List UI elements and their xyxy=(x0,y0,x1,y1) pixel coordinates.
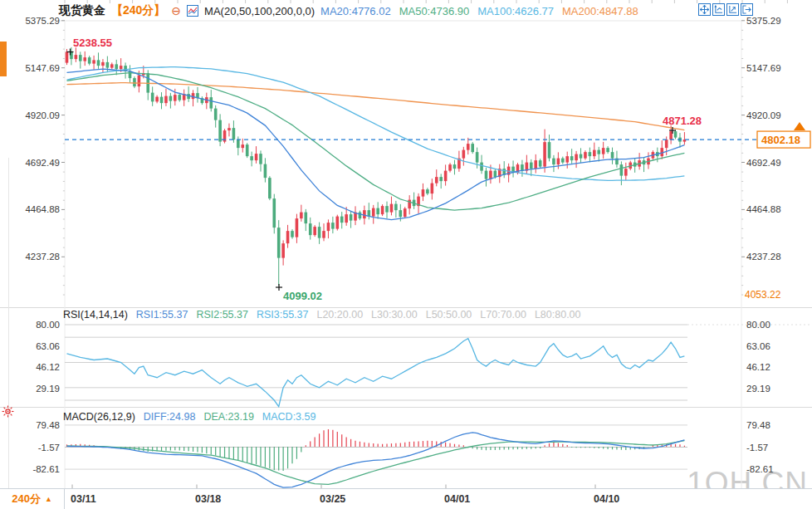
period-selector-label: 240分 xyxy=(12,492,41,507)
svg-text:5375.29: 5375.29 xyxy=(25,16,60,26)
svg-text:29.19: 29.19 xyxy=(36,384,60,394)
svg-text:79.48: 79.48 xyxy=(36,420,60,430)
symbol-title[interactable]: 现货黄金 xyxy=(59,3,105,18)
date-label: 04/10 xyxy=(594,493,619,505)
visible-low-marker: 4053.22 xyxy=(745,289,781,301)
ma20-line xyxy=(67,69,685,220)
candles-layer[interactable] xyxy=(66,47,687,286)
svg-text:46.12: 46.12 xyxy=(36,362,60,372)
svg-text:4464.88: 4464.88 xyxy=(25,204,60,214)
l80-value: L80:80.00 xyxy=(535,309,581,321)
svg-text:4692.49: 4692.49 xyxy=(25,158,60,168)
price-annotations: 5238.554099.024871.28 xyxy=(67,37,702,302)
svg-text:5147.69: 5147.69 xyxy=(25,63,60,73)
ma200-value: MA200:4847.88 xyxy=(562,5,638,17)
date-label: 03/11 xyxy=(71,493,96,505)
chart-toolbar xyxy=(698,3,753,16)
left-scroll-handle[interactable] xyxy=(0,42,7,76)
svg-text:4920.09: 4920.09 xyxy=(746,110,781,120)
svg-text:29.19: 29.19 xyxy=(746,384,770,394)
macd-diff-line xyxy=(67,433,685,487)
macd-header: MACD(26,12,9) DIFF:24.98DEA:23.19MACD:3.… xyxy=(63,411,316,423)
svg-text:-82.61: -82.61 xyxy=(32,464,60,474)
ma200-line xyxy=(67,83,685,130)
svg-text:4464.88: 4464.88 xyxy=(746,204,781,214)
svg-text:4237.28: 4237.28 xyxy=(746,252,781,262)
svg-text:63.06: 63.06 xyxy=(746,341,770,351)
date-label: 04/01 xyxy=(444,493,470,505)
rsi3-value: RSI3:55.37 xyxy=(257,309,309,321)
exit-fullscreen-button[interactable] xyxy=(741,3,753,16)
collapse-icon[interactable]: ⊖ xyxy=(171,5,181,17)
ma-legend: MA20:4776.02MA50:4736.90MA100:4626.77MA2… xyxy=(320,5,638,17)
macd-params-label[interactable]: MACD(26,12,9) xyxy=(63,411,135,423)
axis-scale-button[interactable] xyxy=(726,3,739,16)
svg-text:80.00: 80.00 xyxy=(746,320,770,330)
svg-text:5375.29: 5375.29 xyxy=(746,16,781,26)
svg-text:-1.57: -1.57 xyxy=(746,443,768,453)
ma50-line xyxy=(67,73,685,211)
svg-text:4237.28: 4237.28 xyxy=(25,252,60,262)
swing-high-label: 4871.28 xyxy=(663,115,702,127)
macd-histogram xyxy=(67,429,685,471)
price-axis: 5375.295375.295147.695147.694920.094920.… xyxy=(25,16,780,301)
brightness-icon[interactable] xyxy=(2,405,14,418)
rsi-params-label[interactable]: RSI(14,14,14) xyxy=(63,309,128,321)
time-axis-bar: 240分 ▲ 03/1103/1803/2504/0104/10 xyxy=(0,488,812,509)
ma100-value: MA100:4626.77 xyxy=(477,5,554,17)
rsi-line xyxy=(67,339,685,407)
l50-value: L50:50.00 xyxy=(426,309,472,321)
svg-text:80.00: 80.00 xyxy=(36,320,60,330)
rsi2-value: RSI2:55.37 xyxy=(196,309,248,321)
period-low-label: 4099.02 xyxy=(283,290,322,302)
date-label: 03/18 xyxy=(195,493,221,505)
trading-app-window: 1QH.CN 5375.295375.295147.695147.694920.… xyxy=(0,0,812,509)
svg-text:79.48: 79.48 xyxy=(746,420,770,430)
chart-type-icon[interactable] xyxy=(187,5,198,17)
l20-value: L20:20.00 xyxy=(316,309,363,321)
chart-plot-area[interactable]: 5375.295375.295147.695147.694920.094920.… xyxy=(0,0,812,509)
date-label: 03/25 xyxy=(320,493,345,505)
rsi-pane: 80.0080.0063.0663.0646.1246.1229.1929.19 xyxy=(36,320,810,407)
diff-value: DIFF:24.98 xyxy=(144,411,196,423)
ma50-value: MA50:4736.90 xyxy=(399,5,470,17)
dea-value: DEA:23.19 xyxy=(203,411,253,423)
svg-text:46.12: 46.12 xyxy=(746,362,770,372)
rsi1-value: RSI1:55.37 xyxy=(136,309,188,321)
period-high-label: 5238.55 xyxy=(73,37,112,49)
chart-header: 现货黄金 【240分】 ⊖ MA(20,50,100,200,0,0) MA20… xyxy=(59,2,638,19)
zoom-axes-button[interactable] xyxy=(712,3,725,16)
svg-text:5147.69: 5147.69 xyxy=(746,63,781,73)
rsi-header: RSI(14,14,14) RSI1:55.37RSI2:55.37RSI3:5… xyxy=(63,309,581,321)
l30-value: L30:30.00 xyxy=(371,309,418,321)
pan-tool-button[interactable] xyxy=(698,3,711,16)
last-price-value: 4802.18 xyxy=(761,134,800,146)
period-selector[interactable]: 240分 ▲ xyxy=(0,489,65,509)
macd-legend: DIFF:24.98DEA:23.19MACD:3.59 xyxy=(144,411,316,423)
period-selector-arrow-icon: ▲ xyxy=(45,495,52,503)
macd-value: MACD:3.59 xyxy=(262,411,316,423)
ma20-value: MA20:4776.02 xyxy=(320,5,391,17)
svg-text:63.06: 63.06 xyxy=(36,341,60,351)
svg-text:4692.49: 4692.49 xyxy=(746,158,781,168)
macd-pane: 79.4879.48-1.57-1.57-82.61-82.61 xyxy=(32,420,773,487)
period-label[interactable]: 【240分】 xyxy=(111,3,165,18)
svg-text:-82.61: -82.61 xyxy=(746,464,774,474)
ma-params-label[interactable]: MA(20,50,100,200,0,0) xyxy=(204,5,315,17)
svg-text:4920.09: 4920.09 xyxy=(25,110,60,120)
rsi-legend: RSI1:55.37RSI2:55.37RSI3:55.37L20:20.00L… xyxy=(136,309,581,321)
svg-text:-1.57: -1.57 xyxy=(38,443,60,453)
l70-value: L70:70.00 xyxy=(480,309,526,321)
